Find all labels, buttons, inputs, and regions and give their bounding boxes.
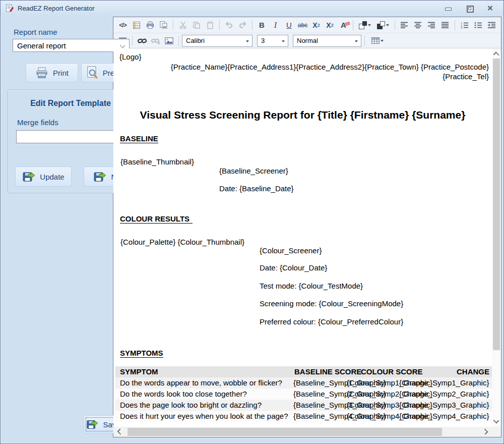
document-content[interactable]: {Logo} {Practice_Name}{Practice_Address1… (113, 48, 492, 427)
practice-tel-line: {Practice_Tel} (443, 72, 489, 81)
table-row: Do the words look too close together? {B… (115, 388, 492, 400)
align-justify-icon[interactable] (439, 19, 452, 31)
title-bar: ReadEZ Report Generator (1, 1, 503, 16)
bullet-list-icon[interactable] (472, 19, 484, 31)
window-title: ReadEZ Report Generator (18, 5, 94, 12)
change-cell: {Change_Symp2_Graphic} (399, 388, 489, 399)
table-row: Do the words appear to move, wobble or f… (115, 377, 492, 388)
editor-area: </> (113, 17, 501, 437)
font-family-select[interactable]: Calibri (182, 35, 253, 47)
font-color-icon[interactable] (356, 19, 373, 31)
font-size-select[interactable]: 3 (257, 35, 288, 47)
insert-image-icon[interactable] (163, 35, 175, 47)
clear-format-icon[interactable]: A (337, 19, 350, 31)
dropdown-caret-icon (381, 40, 384, 42)
colour-preferred-field: Preferred colour: {Colour_PreferredColou… (260, 317, 403, 326)
baseline-date-field: Date: {Baseline_Date} (219, 184, 294, 193)
colour-testmode-field: Test mode: {Colour_TestMode} (260, 282, 363, 290)
change-cell: {Change_Symp4_Graphic} (399, 411, 489, 421)
vertical-scrollbar[interactable] (492, 48, 501, 427)
update-button[interactable]: Update (15, 166, 72, 187)
decrease-indent-icon[interactable] (485, 19, 498, 31)
code-view-icon[interactable]: </> (116, 19, 129, 31)
practice-address-line: {Practice_Name}{Practice_Address1}{Pract… (171, 63, 489, 71)
preview-icon (86, 66, 98, 79)
copy-icon[interactable] (190, 19, 203, 31)
cut-icon[interactable] (176, 19, 189, 31)
dropdown-caret-icon (368, 24, 371, 26)
dropdown-caret-icon (355, 40, 358, 42)
dropdown-caret-icon (282, 40, 285, 42)
font-size-value: 3 (261, 37, 265, 44)
chevron-down-icon (120, 43, 125, 48)
save-update-icon (22, 170, 35, 183)
print-preview-icon[interactable] (157, 19, 170, 31)
scroll-up-icon[interactable] (493, 52, 499, 58)
highlight-color-icon[interactable] (374, 19, 392, 31)
app-window: ReadEZ Report Generator Report name Gene… (0, 0, 504, 444)
paragraph-style-value: Normal (297, 37, 318, 44)
col-change: CHANGE (457, 366, 489, 377)
restore-button[interactable] (465, 5, 473, 12)
align-center-icon[interactable] (412, 19, 424, 31)
insert-link-icon[interactable] (136, 35, 148, 47)
italic-icon[interactable]: I (269, 19, 282, 31)
dropdown-caret-icon (246, 40, 249, 42)
strikethrough-icon[interactable]: abc (296, 19, 309, 31)
numbered-list-icon[interactable]: 123 (458, 19, 471, 31)
document-viewport: {Logo} {Practice_Name}{Practice_Address1… (113, 48, 501, 437)
symptom-cell: Do the words look too close together? (120, 388, 247, 399)
merge-fields-select[interactable] (16, 130, 128, 143)
svg-text:3: 3 (461, 26, 462, 29)
paste-icon[interactable] (204, 19, 216, 31)
scroll-down-icon[interactable] (493, 418, 499, 424)
scrollbar-corner (492, 427, 501, 437)
table-row: Does it hurt your eyes when you look at … (115, 411, 492, 422)
undo-icon[interactable] (223, 19, 235, 31)
print-button[interactable]: Print (26, 63, 78, 82)
paragraph-style-select[interactable]: Normal (293, 35, 361, 47)
dropdown-caret-icon (386, 24, 389, 26)
align-right-icon[interactable] (425, 19, 438, 31)
symptoms-heading: SYMPTOMS (120, 349, 163, 358)
redo-icon[interactable] (236, 19, 249, 31)
report-name-select[interactable]: General report (13, 39, 130, 52)
insert-table-icon[interactable] (368, 35, 387, 47)
underline-icon[interactable]: U (283, 19, 295, 31)
baseline-thumbnail-field: {Baseline_Thumbnail} (120, 157, 194, 166)
vertical-scrollbar-thumb[interactable] (493, 59, 500, 350)
symptom-cell: Does the page look too bright or dazzlin… (120, 400, 262, 410)
subscript-icon[interactable]: X2 (324, 19, 336, 31)
printer-icon (35, 67, 48, 79)
document-structure-icon[interactable] (130, 19, 143, 31)
change-cell: {Change_Symp3_Graphic} (399, 400, 489, 410)
quick-print-icon[interactable] (144, 19, 156, 31)
update-button-label: Update (40, 173, 64, 181)
baseline-heading: BASELINE (120, 134, 158, 143)
superscript-icon[interactable]: X2 (310, 19, 323, 31)
colour-results-heading: COLOUR RESULTS (120, 214, 193, 224)
horizontal-scrollbar-thumb[interactable] (128, 428, 442, 436)
toolbar-row-1: </> (113, 17, 501, 33)
font-family-value: Calibri (186, 37, 205, 44)
report-name-value: General report (17, 41, 66, 50)
align-left-icon[interactable] (398, 19, 411, 31)
minimize-button[interactable] (444, 5, 452, 12)
merge-fields-label: Merge fields (17, 118, 58, 127)
colour-palette-field: {Colour_Palette} {Colour_Thumbnail} (120, 238, 244, 246)
scroll-left-icon[interactable] (117, 429, 123, 435)
sidebar: Report name General report Print (4, 17, 111, 437)
scroll-right-icon[interactable] (482, 429, 488, 435)
close-button[interactable] (486, 5, 494, 12)
report-title: Visual Stress Screening Report for {Titl… (113, 109, 492, 121)
symptoms-table-header: SYMPTOM BASELINE SCORE COLOUR SCORE CHAN… (115, 366, 492, 377)
change-cell: {Change_Symp1_Graphic} (399, 377, 489, 388)
bold-icon[interactable]: B (256, 19, 268, 31)
symptom-cell: Do the words appear to move, wobble or f… (120, 377, 282, 388)
remove-link-icon[interactable] (149, 35, 162, 47)
table-row: Does the page look too bright or dazzlin… (115, 400, 492, 411)
app-icon (6, 4, 14, 13)
baseline-screener-field: {Baseline_Screener} (219, 166, 288, 175)
print-button-label: Print (53, 69, 69, 77)
horizontal-scrollbar[interactable] (113, 427, 492, 437)
